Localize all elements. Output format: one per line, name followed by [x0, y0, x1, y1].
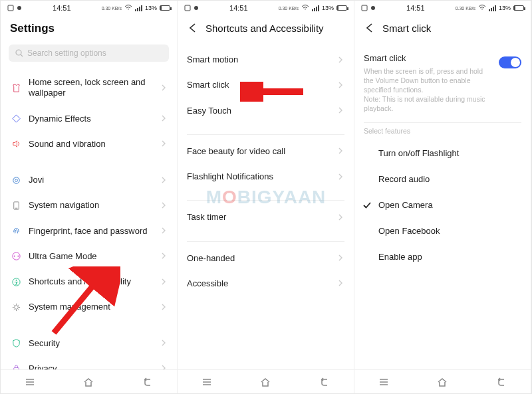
row-privacy[interactable]: Privacy	[1, 356, 177, 369]
gamepad-icon	[11, 251, 21, 261]
orientation-icon	[361, 5, 368, 11]
battery-icon	[336, 5, 347, 11]
row-system-mgmt[interactable]: System management	[1, 294, 177, 320]
svg-point-4	[13, 177, 19, 183]
svg-point-13	[14, 306, 18, 310]
lock-icon	[11, 363, 21, 369]
row-smart-click[interactable]: Smart click	[178, 72, 354, 98]
recents-icon[interactable]	[378, 377, 390, 387]
status-bar: 14:51 0.30 KB/s 13%	[354, 1, 531, 15]
back-icon[interactable]	[319, 377, 331, 387]
row-game-mode[interactable]: Ultra Game Mode	[1, 244, 177, 269]
home-icon[interactable]	[436, 377, 448, 387]
camera-dot-icon	[370, 5, 376, 11]
recents-icon[interactable]	[24, 377, 36, 387]
chevron-right-icon	[338, 82, 343, 88]
feature-enable-app[interactable]: Enable app	[354, 244, 531, 270]
panel-settings: 14:51 0.30 KB/s 13% Settings Search sett…	[1, 1, 178, 393]
svg-rect-18	[185, 5, 190, 11]
gear-icon	[11, 302, 21, 312]
chevron-right-icon	[161, 304, 166, 310]
svg-point-2	[16, 50, 21, 55]
orientation-icon	[7, 5, 14, 11]
camera-dot-icon	[17, 5, 22, 11]
svg-rect-14	[13, 368, 19, 369]
row-flashlight-notif[interactable]: Flashlight Notifications	[178, 164, 354, 189]
chevron-right-icon	[338, 214, 343, 221]
accessibility-icon	[11, 277, 21, 287]
toggle-desc-1: When the screen is off, press and hold t…	[364, 66, 493, 95]
home-icon[interactable]	[259, 377, 271, 387]
row-face-beauty[interactable]: Face beauty for video call	[178, 139, 354, 164]
fingerprint-icon	[11, 226, 21, 236]
wifi-icon	[124, 4, 132, 12]
chevron-right-icon	[338, 107, 343, 114]
row-home-screen[interactable]: Home screen, lock screen and wallpaper	[1, 70, 177, 106]
chevron-right-icon	[338, 254, 343, 261]
nav-bar	[1, 369, 177, 393]
row-easy-touch[interactable]: Easy Touch	[178, 98, 354, 124]
page-title: Settings	[1, 15, 177, 42]
chevron-right-icon	[338, 56, 343, 63]
back-arrow-icon[interactable]	[364, 22, 376, 34]
wifi-icon	[478, 4, 486, 12]
section-label: Select features	[354, 123, 531, 138]
search-input[interactable]: Search setting options	[9, 45, 169, 62]
svg-point-5	[15, 179, 17, 181]
chevron-right-icon	[161, 202, 166, 209]
status-bar: 14:51 0.30 KB/s 13%	[1, 1, 177, 15]
chevron-right-icon	[161, 340, 166, 346]
home-icon[interactable]	[82, 377, 94, 387]
svg-rect-23	[362, 5, 367, 11]
feature-flashlight[interactable]: Turn on/off Flashlight	[354, 140, 531, 166]
row-security[interactable]: Security	[1, 331, 177, 356]
feature-open-facebook[interactable]: Open Facebook	[354, 218, 531, 244]
search-icon	[15, 49, 23, 57]
battery-pct: 13%	[145, 5, 157, 11]
network-speed: 0.30 KB/s	[102, 6, 122, 11]
row-accessible[interactable]: Accessible	[178, 271, 354, 296]
row-task-timer[interactable]: Task timer	[178, 205, 354, 230]
row-system-nav[interactable]: System navigation	[1, 193, 177, 218]
settings-list: Home screen, lock screen and wallpaper D…	[1, 70, 177, 369]
page-title: Smart click	[382, 23, 431, 34]
signal-icon	[489, 5, 496, 11]
panel-shortcuts: 14:51 0.30 KB/s 13% Shortcuts and Access…	[178, 1, 354, 393]
orientation-icon	[184, 5, 191, 11]
smart-click-toggle[interactable]	[499, 56, 521, 68]
svg-point-9	[13, 256, 15, 257]
feature-open-camera[interactable]: Open Camera	[354, 192, 531, 218]
chevron-right-icon	[161, 84, 166, 91]
chevron-right-icon	[338, 280, 343, 286]
row-shortcuts[interactable]: Shortcuts and Accessibility	[1, 269, 177, 294]
battery-pct: 13%	[499, 5, 511, 11]
nav-bar	[178, 369, 354, 393]
back-icon[interactable]	[495, 377, 507, 387]
page-title: Shortcuts and Accessibility	[205, 23, 324, 34]
row-dynamic-effects[interactable]: Dynamic Effects	[1, 106, 177, 132]
row-smart-motion[interactable]: Smart motion	[178, 47, 354, 72]
panel-smart-click: 14:51 0.30 KB/s 13% Smart click Smart cl…	[354, 1, 531, 393]
feature-record-audio[interactable]: Record audio	[354, 166, 531, 192]
wifi-icon	[301, 4, 309, 12]
signal-icon	[312, 5, 319, 11]
header-shortcuts: Shortcuts and Accessibility	[178, 15, 354, 38]
toggle-title: Smart click	[364, 52, 493, 64]
shortcuts-list: Smart motion Smart click Easy Touch Face…	[178, 47, 354, 369]
row-sound[interactable]: Sound and vibration	[1, 132, 177, 157]
back-icon[interactable]	[142, 377, 154, 387]
features-list: Turn on/off Flashlight Record audio Open…	[354, 140, 531, 369]
row-fingerprint[interactable]: Fingerprint, face and password	[1, 219, 177, 244]
row-jovi[interactable]: Jovi	[1, 167, 177, 193]
network-speed: 0.30 KB/s	[456, 6, 475, 11]
header-smart-click: Smart click	[354, 15, 531, 38]
back-arrow-icon[interactable]	[187, 22, 199, 34]
camera-dot-icon	[194, 5, 199, 11]
svg-point-19	[194, 6, 198, 10]
chevron-right-icon	[161, 278, 166, 285]
status-time: 14:51	[53, 4, 71, 12]
row-one-handed[interactable]: One-handed	[178, 246, 354, 271]
chevron-right-icon	[161, 177, 166, 183]
recents-icon[interactable]	[201, 377, 213, 387]
battery-pct: 13%	[322, 5, 334, 11]
